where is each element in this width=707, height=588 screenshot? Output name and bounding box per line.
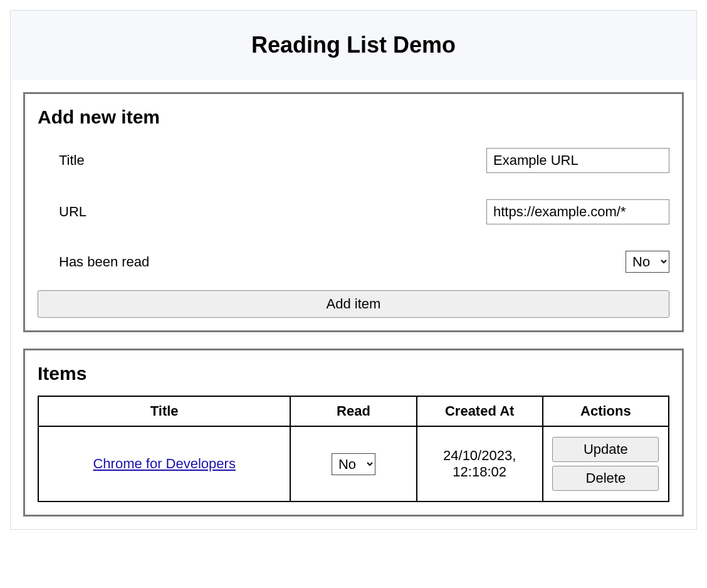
title-input[interactable] [486, 148, 669, 173]
table-row: Chrome for Developers No Yes 24/10/2023,… [38, 426, 669, 501]
delete-button[interactable]: Delete [552, 466, 659, 491]
form-row-title: Title [38, 139, 669, 182]
item-actions-cell: Update Delete [543, 426, 669, 501]
has-been-read-label: Has been read [59, 254, 149, 270]
form-row-url: URL [38, 191, 669, 233]
col-created-at: Created At [417, 396, 543, 426]
title-label: Title [59, 152, 85, 169]
item-title-cell: Chrome for Developers [38, 426, 290, 501]
items-table: Title Read Created At Actions Chrome for… [38, 396, 669, 502]
items-heading: Items [38, 363, 669, 384]
col-actions: Actions [543, 396, 669, 426]
table-header-row: Title Read Created At Actions [38, 396, 669, 426]
add-item-panel: Add new item Title URL Has been read No … [23, 92, 684, 332]
content-area: Add new item Title URL Has been read No … [11, 80, 696, 529]
page-title: Reading List Demo [23, 32, 684, 58]
item-title-link[interactable]: Chrome for Developers [93, 456, 235, 471]
url-label: URL [59, 204, 86, 220]
header: Reading List Demo [11, 11, 696, 80]
item-read-select[interactable]: No Yes [332, 453, 375, 475]
has-been-read-select[interactable]: No Yes [626, 251, 669, 273]
col-title: Title [38, 396, 290, 426]
update-button[interactable]: Update [552, 437, 659, 462]
form-row-read: Has been read No Yes [38, 242, 669, 281]
add-item-button[interactable]: Add item [38, 290, 669, 318]
item-created-at-cell: 24/10/2023, 12:18:02 [417, 426, 543, 501]
items-panel: Items Title Read Created At Actions Chro… [23, 349, 684, 517]
add-item-heading: Add new item [38, 107, 669, 128]
col-read: Read [290, 396, 416, 426]
url-input[interactable] [486, 199, 669, 224]
app-container: Reading List Demo Add new item Title URL… [10, 10, 697, 530]
item-read-cell: No Yes [290, 426, 416, 501]
